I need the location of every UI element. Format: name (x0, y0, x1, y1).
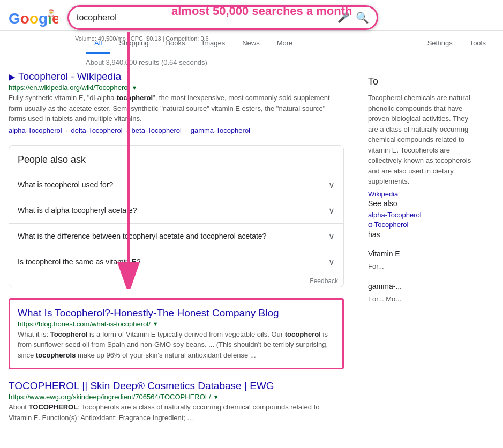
sidebar-gamma: gamma-... For... Mo... (368, 282, 480, 305)
ewg-url: https://www.ewg.org/skindeep/ingredient/… (9, 393, 211, 401)
vitamin-e-desc: For... (368, 261, 480, 272)
see-also-title: See also (368, 199, 480, 208)
ewg-url-dropdown[interactable]: ▼ (213, 394, 219, 400)
see-also-alpha2[interactable]: α-Tocopherol (368, 221, 480, 229)
result-ewg: TOCOPHEROL || Skin Deep® Cosmetics Datab… (9, 380, 344, 423)
sidebar-vitamin-e: Vitamin E For... (368, 249, 480, 272)
sidebar-wiki-link[interactable]: Wikipedia (368, 190, 480, 198)
result-snippet-wikipedia: Fully synthetic vitamin E, "dl-alpha-toc… (9, 93, 344, 124)
play-icon: ▶ (9, 72, 15, 82)
highlighted-url-dropdown[interactable]: ▼ (153, 321, 159, 327)
tab-tools[interactable]: Tools (461, 34, 494, 54)
highlighted-url-line: https://blog.honest.com/what-is-tocopher… (18, 320, 335, 328)
breadcrumb-gamma[interactable]: gamma-Tocopherol (191, 126, 250, 134)
see-also-has: has (368, 230, 380, 239)
tab-more[interactable]: More (268, 34, 302, 54)
paa-feedback: Feedback (9, 275, 343, 287)
see-also-alpha[interactable]: alpha-Tocopherol (368, 211, 480, 219)
chevron-icon-1: ∨ (328, 180, 335, 190)
result-ewg-link[interactable]: TOCOPHEROL || Skin Deep® Cosmetics Datab… (9, 380, 274, 391)
arrow-annotation (107, 32, 150, 289)
see-also-links: alpha-Tocopherol α-Tocopherol has (368, 211, 480, 239)
paa-item-1[interactable]: What is tocopherol used for? ∨ (9, 172, 343, 198)
paa-item-4[interactable]: Is tocopherol the same as vitamin E? ∨ (9, 249, 343, 275)
annotation-text: almost 50,000 searches a month (171, 4, 352, 18)
ewg-snippet: About TOCOPHEROL: Tocopherols are a clas… (9, 402, 344, 423)
main-layout: ▶ Tocopherol - Wikipedia https://en.wiki… (0, 71, 503, 434)
svg-text:🎅: 🎅 (47, 9, 55, 17)
sidebar: To Tocopherol chemicals are natural phen… (357, 71, 480, 434)
breadcrumb-alpha[interactable]: alpha-Tocopherol (9, 126, 62, 134)
results-info: About 3,940,000 results (0.64 seconds) (0, 54, 503, 71)
highlighted-title-link[interactable]: What Is Tocopherol?-Honestly-The Honest … (18, 307, 279, 319)
gamma-desc: For... Mo... (368, 294, 480, 305)
result-title-link[interactable]: Tocopherol - Wikipedia (18, 71, 121, 82)
result-wikipedia: ▶ Tocopherol - Wikipedia https://en.wiki… (9, 71, 344, 134)
chevron-icon-4: ∨ (328, 257, 335, 267)
paa-item-2[interactable]: What is d alpha tocopheryl acetate? ∨ (9, 198, 343, 223)
people-also-ask-box: People also ask What is tocopherol used … (9, 145, 344, 287)
tab-news[interactable]: News (234, 34, 268, 54)
sidebar-see-also: See also alpha-Tocopherol α-Tocopherol h… (368, 199, 480, 239)
google-logo: Google 🎅 (9, 8, 58, 27)
paa-item-3[interactable]: What is the difference between tocophery… (9, 223, 343, 249)
search-button[interactable]: 🔍 (356, 11, 369, 24)
paa-title: People also ask (9, 146, 343, 172)
chevron-icon-2: ∨ (328, 206, 335, 216)
highlighted-snippet: What it is: Tocopherol is a form of Vita… (18, 329, 335, 361)
sidebar-title: To (368, 76, 480, 87)
breadcrumb-links: alpha-Tocopherol · delta-Tocopherol · be… (9, 126, 344, 134)
header: Google 🎅 🎤 🔍 Volume: 49,500/mo | CPC: $0… (0, 0, 503, 31)
ewg-url-line: https://www.ewg.org/skindeep/ingredient/… (9, 393, 344, 401)
paa-question-1: What is tocopherol used for? (18, 180, 113, 189)
highlighted-url: https://blog.honest.com/what-is-tocopher… (18, 320, 151, 328)
highlighted-title-line: What Is Tocopherol?-Honestly-The Honest … (18, 307, 335, 319)
result-url-line: https://en.wikipedia.org/wiki/Tocopherol… (9, 83, 344, 92)
sidebar-snippet: Tocopherol chemicals are natural phenoli… (368, 93, 480, 187)
results-column: ▶ Tocopherol - Wikipedia https://en.wiki… (9, 71, 357, 434)
highlighted-result-honest: What Is Tocopherol?-Honestly-The Honest … (9, 298, 344, 370)
vitamin-e-label: Vitamin E (368, 249, 480, 258)
tab-settings[interactable]: Settings (419, 34, 461, 54)
chevron-icon-3: ∨ (328, 231, 335, 241)
gamma-label: gamma-... (368, 282, 480, 291)
result-title-line: ▶ Tocopherol - Wikipedia (9, 71, 344, 82)
